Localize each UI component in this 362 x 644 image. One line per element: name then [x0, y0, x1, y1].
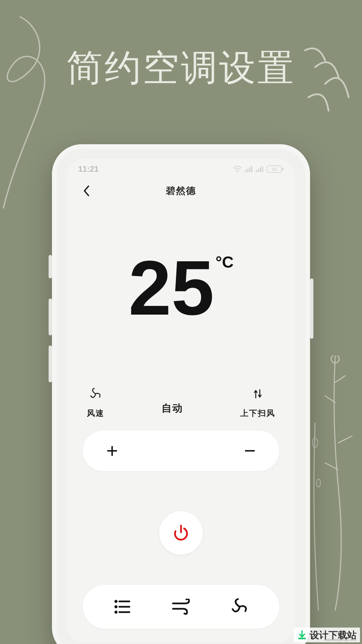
- decoration-flowers-bottom-right: [302, 356, 359, 610]
- status-bar: 11:21 55: [67, 159, 295, 179]
- svg-point-1: [312, 438, 318, 447]
- bottom-controls-pill: [83, 585, 279, 629]
- svg-point-17: [115, 601, 117, 602]
- mode-center-label[interactable]: 自动: [162, 401, 183, 419]
- wind-icon: [172, 599, 190, 615]
- fan-circulate-icon: [231, 598, 249, 616]
- phone-side-button: [49, 255, 52, 278]
- phone-side-button: [310, 278, 313, 339]
- temperature-display: 25 °C: [67, 250, 295, 327]
- svg-point-19: [115, 606, 117, 607]
- fan-speed-button[interactable]: 风速: [87, 387, 104, 419]
- svg-rect-7: [251, 166, 252, 172]
- phone-screen: 11:21 55 碧然德 25 °C 风速 自动: [67, 159, 295, 643]
- svg-rect-5: [247, 169, 248, 172]
- phone-side-button: [49, 345, 52, 382]
- svg-point-21: [115, 611, 117, 613]
- list-icon: [114, 599, 131, 614]
- swing-vertical-icon: [251, 387, 264, 400]
- signal-icon: [256, 166, 263, 172]
- mode-row: 风速 自动 上下扫风: [67, 387, 295, 419]
- fan-mode-button[interactable]: [230, 597, 250, 617]
- battery-icon: 55: [266, 165, 284, 173]
- svg-rect-11: [262, 166, 263, 172]
- svg-rect-8: [256, 170, 257, 172]
- nav-title: 碧然德: [67, 184, 295, 197]
- svg-rect-13: [282, 168, 284, 170]
- watermark-arrow-icon: [297, 630, 307, 640]
- fan-speed-label: 风速: [87, 408, 104, 419]
- nav-bar: 碧然德: [67, 179, 295, 203]
- status-time: 11:21: [78, 164, 99, 174]
- minus-button[interactable]: −: [244, 441, 256, 461]
- swing-updown-label: 上下扫风: [240, 408, 275, 419]
- svg-rect-4: [245, 170, 246, 172]
- svg-rect-23: [298, 638, 306, 639]
- svg-point-3: [237, 171, 238, 172]
- temperature-unit: °C: [216, 253, 234, 271]
- svg-rect-6: [249, 167, 250, 172]
- signal-icon: [245, 166, 252, 172]
- phone-mockup: 11:21 55 碧然德 25 °C 风速 自动: [52, 144, 310, 644]
- svg-text:55: 55: [272, 167, 277, 172]
- watermark-sub: www.shejizhaji.com: [324, 638, 357, 642]
- svg-point-2: [316, 479, 320, 487]
- wifi-icon: [233, 166, 242, 172]
- power-button[interactable]: [159, 511, 203, 555]
- power-icon: [172, 524, 190, 542]
- svg-rect-9: [258, 169, 259, 172]
- temperature-adjust-pill: + −: [83, 431, 279, 471]
- phone-side-button: [49, 299, 52, 335]
- list-menu-button[interactable]: [112, 597, 132, 617]
- fan-icon: [89, 387, 102, 400]
- back-button[interactable]: [78, 182, 95, 199]
- plus-button[interactable]: +: [106, 441, 118, 461]
- swing-updown-button[interactable]: 上下扫风: [240, 387, 275, 419]
- status-right-cluster: 55: [233, 165, 284, 173]
- airflow-button[interactable]: [171, 597, 191, 617]
- svg-rect-10: [260, 167, 261, 172]
- chevron-left-icon: [82, 185, 90, 197]
- temperature-value: 25: [128, 250, 214, 327]
- watermark: 设计下载站 www.shejizhaji.com: [294, 628, 360, 642]
- svg-point-0: [331, 356, 339, 363]
- headline-text: 简约空调设置: [0, 44, 362, 93]
